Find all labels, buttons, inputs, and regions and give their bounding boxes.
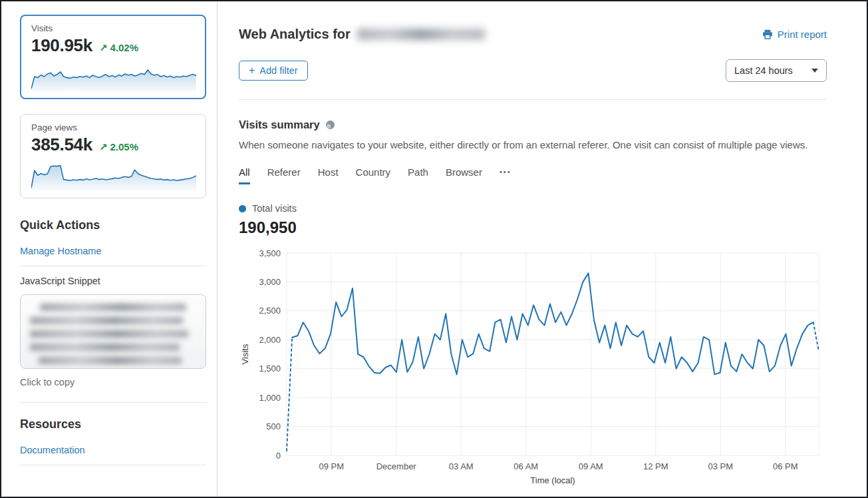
redacted-code-line — [30, 330, 188, 338]
copy-hint-text: Click to copy — [20, 377, 206, 387]
tab-country[interactable]: Country — [356, 166, 391, 184]
pageviews-sparkline — [31, 160, 196, 191]
legend-dot-icon — [239, 205, 246, 212]
quick-actions-heading: Quick Actions — [20, 218, 206, 232]
tab-host[interactable]: Host — [318, 166, 339, 184]
svg-text:2,000: 2,000 — [259, 335, 281, 345]
total-visits-value: 190,950 — [239, 218, 827, 237]
pageviews-card-delta: ↗2.05% — [99, 141, 138, 153]
print-report-link[interactable]: Print report — [762, 29, 827, 40]
summary-tabs: AllRefererHostCountryPathBrowser••• — [239, 166, 827, 184]
divider — [20, 465, 206, 465]
redacted-code-line — [39, 357, 182, 364]
chart-legend: Total visits — [239, 203, 827, 214]
svg-text:09 AM: 09 AM — [579, 461, 603, 471]
visits-summary-description: When someone navigates to your website, … — [239, 139, 827, 150]
visits-card-delta: ↗4.02% — [99, 42, 138, 54]
svg-text:03 AM: 03 AM — [449, 461, 474, 471]
page-header: Web Analytics for Print report + Add fil… — [239, 1, 827, 100]
time-range-select[interactable]: Last 24 hours — [726, 59, 827, 82]
app-window: Visits 190.95k ↗4.02% Page views 385.54k… — [0, 0, 868, 498]
plus-icon: + — [249, 65, 255, 76]
svg-text:0: 0 — [276, 451, 281, 461]
svg-text:2,500: 2,500 — [259, 306, 281, 316]
visits-summary-title: Visits summary — [239, 119, 320, 131]
legend-label: Total visits — [252, 203, 297, 214]
svg-text:Visits: Visits — [240, 344, 250, 364]
svg-text:1,500: 1,500 — [259, 364, 281, 374]
svg-text:3,000: 3,000 — [259, 277, 281, 287]
site-domain-redacted — [357, 29, 485, 40]
svg-text:12 PM: 12 PM — [643, 461, 668, 471]
trend-up-icon: ↗ — [99, 42, 108, 54]
chevron-down-icon — [811, 69, 818, 73]
resources-heading: Resources — [20, 417, 206, 431]
visits-sparkline — [31, 61, 196, 92]
visits-metric-card[interactable]: Visits 190.95k ↗4.02% — [20, 15, 206, 99]
svg-text:1,000: 1,000 — [259, 393, 281, 403]
printer-icon — [762, 29, 773, 39]
tab-referer[interactable]: Referer — [267, 166, 301, 184]
main-content: Web Analytics for Print report + Add fil… — [217, 1, 867, 497]
svg-text:December: December — [376, 461, 417, 471]
visits-line-chart[interactable]: 05001,0001,5002,0002,5003,0003,50009 PMD… — [239, 246, 827, 491]
help-icon[interactable] — [325, 120, 335, 130]
pageviews-card-value: 385.54k — [31, 134, 92, 155]
divider — [20, 402, 206, 403]
pageviews-card-label: Page views — [31, 123, 196, 132]
svg-text:06 PM: 06 PM — [773, 461, 798, 471]
visits-card-value: 190.95k — [31, 35, 92, 56]
more-tabs-button[interactable]: ••• — [500, 168, 511, 184]
svg-text:03 PM: 03 PM — [708, 461, 734, 471]
visits-card-label: Visits — [31, 23, 196, 33]
js-snippet-label: JavaScript Snippet — [20, 276, 206, 286]
pageviews-metric-card[interactable]: Page views 385.54k ↗2.05% — [20, 114, 206, 198]
manage-hostname-link[interactable]: Manage Hostname — [20, 246, 206, 256]
trend-up-icon: ↗ — [99, 141, 108, 153]
redacted-code-line — [30, 344, 180, 351]
visits-summary-section: Visits summary When someone navigates to… — [239, 119, 827, 491]
sidebar: Visits 190.95k ↗4.02% Page views 385.54k… — [1, 1, 217, 497]
add-filter-button[interactable]: + Add filter — [239, 61, 308, 81]
svg-text:09 PM: 09 PM — [319, 461, 344, 471]
redacted-code-line — [30, 317, 183, 324]
svg-text:3,500: 3,500 — [259, 248, 281, 258]
tab-path[interactable]: Path — [408, 166, 428, 184]
js-snippet-copy-box[interactable] — [20, 294, 206, 369]
svg-text:Time (local): Time (local) — [530, 475, 575, 485]
documentation-link[interactable]: Documentation — [20, 445, 206, 455]
svg-text:500: 500 — [266, 421, 281, 431]
redacted-code-line — [40, 304, 186, 311]
divider — [20, 266, 206, 266]
tab-browser[interactable]: Browser — [446, 166, 482, 184]
page-title: Web Analytics for — [239, 27, 485, 42]
svg-text:06 AM: 06 AM — [513, 461, 538, 471]
tab-all[interactable]: All — [239, 166, 250, 184]
